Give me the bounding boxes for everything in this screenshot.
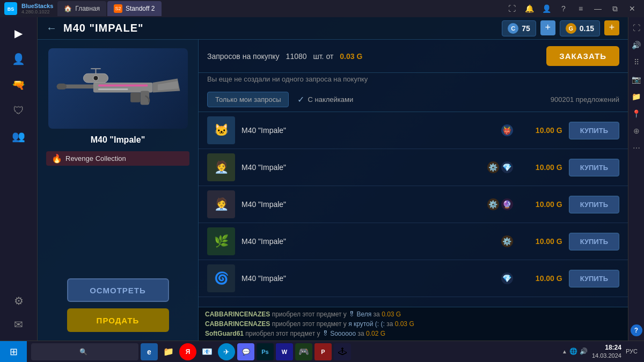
taskbar-telegram-icon[interactable]: ✈: [218, 343, 235, 360]
order-button[interactable]: ЗАКАЗАТЬ: [546, 46, 619, 66]
taskbar-yandex-icon[interactable]: Я: [179, 343, 196, 360]
buy-request-bar: Запросов на покупку 11080 шт. от 0.03 G …: [199, 40, 628, 73]
notifications-button[interactable]: 🔔: [522, 3, 537, 14]
inspect-button[interactable]: ОСМОТРЕТЬ: [67, 278, 169, 302]
sidebar-shield-icon[interactable]: 🛡: [6, 99, 32, 122]
right-sidebar-more-icon[interactable]: ⋯: [631, 142, 642, 154]
listing-icons: ⚙️ 🔮: [487, 198, 513, 210]
menu-button[interactable]: ≡: [573, 3, 588, 14]
right-sidebar-location-icon[interactable]: 📍: [630, 107, 643, 120]
gold-badge: G 0.15: [560, 20, 600, 36]
filter-bar: Только мои запросы ✓ С наклейками 900201…: [199, 87, 628, 112]
taskbar-date: 14.03.2024: [592, 352, 621, 359]
sticker-icon: 👹: [501, 124, 513, 136]
currency-badges: C 75 + G 0.15 +: [502, 20, 619, 36]
start-button[interactable]: ⊞: [0, 341, 27, 363]
back-button[interactable]: ←: [46, 22, 57, 34]
window-controls: ⛶ 🔔 👤 ? ≡ — ⧉ ✕: [504, 3, 640, 14]
buy-button[interactable]: КУПИТЬ: [569, 196, 619, 213]
sell-button[interactable]: ПРОДАТЬ: [67, 308, 169, 332]
activity-seller: 🎖 Soooooo: [322, 330, 356, 337]
game-header: ← M40 "IMPALE" C 75 + G 0.15 +: [38, 17, 628, 40]
buy-request-count: 11080: [286, 52, 307, 61]
taskbar-mail-icon[interactable]: 📧: [199, 343, 216, 360]
weapon-image: [48, 48, 188, 129]
activity-price: 0.02 G: [366, 330, 385, 337]
taskbar-game2-icon[interactable]: 🕹: [334, 343, 351, 360]
taskbar-volume-icon[interactable]: 🔊: [580, 348, 588, 355]
listing-name: M40 "Impale": [241, 237, 495, 246]
right-sidebar-keyboard-icon[interactable]: ⠿: [632, 56, 641, 69]
svg-point-5: [93, 76, 98, 80]
taskbar-discord-icon[interactable]: 💬: [237, 343, 254, 360]
sticker-icon: 🔮: [501, 198, 513, 210]
taskbar-time: 18:24 14.03.2024: [592, 344, 621, 360]
add-gold-button[interactable]: +: [604, 20, 619, 35]
fullscreen-button[interactable]: ⛶: [504, 3, 519, 14]
game-area: ← M40 "IMPALE" C 75 + G 0.15 +: [38, 17, 628, 341]
add-coins-button[interactable]: +: [540, 20, 555, 35]
bs-right-sidebar: ⛶ 🔊 ⠿ 📷 📁 📍 ⊕ ⋯ ?: [628, 17, 644, 341]
taskbar: ⊞ 🔍 e 📁 Я 📧 ✈ 💬 Ps W 🎮 P 🕹 ▲ 🌐 🔊 18:24 1…: [0, 341, 644, 362]
buy-button[interactable]: КУПИТЬ: [569, 159, 619, 176]
no-requests-text: Вы еще не создали ни одного запроса на п…: [199, 73, 628, 87]
page-title: M40 "IMPALE": [63, 22, 144, 34]
svg-rect-14: [130, 92, 140, 102]
stickers-label: С наклейками: [308, 95, 353, 104]
right-sidebar-help-icon[interactable]: ?: [631, 324, 642, 336]
minimize-button[interactable]: —: [590, 3, 605, 14]
listing-price: 10.00 G: [519, 200, 562, 209]
sidebar-gun-icon[interactable]: 🔫: [6, 73, 32, 97]
close-button[interactable]: ✕: [625, 3, 640, 14]
help-button[interactable]: ?: [556, 3, 571, 14]
sidebar-group-icon[interactable]: 👥: [6, 124, 32, 148]
right-panel: Запросов на покупку 11080 шт. от 0.03 G …: [199, 40, 628, 341]
left-panel: M40 "Impale" 🔥 Revenge Collection ОСМОТР…: [38, 40, 199, 341]
right-sidebar-volume-icon[interactable]: 🔊: [630, 39, 643, 51]
sticker-icon: 💎: [501, 272, 513, 284]
sidebar-play-icon[interactable]: ▶: [6, 21, 32, 45]
bluestacks-brand: BlueStacks 4.280.0.1022: [21, 3, 53, 14]
activity-user: SoftGuard61: [205, 330, 244, 337]
maximize-button[interactable]: ⧉: [608, 3, 623, 14]
sidebar-mail-icon[interactable]: ✉: [6, 313, 32, 336]
taskbar-game1-icon[interactable]: 🎮: [295, 343, 312, 360]
listing-icons: 💎: [501, 272, 513, 284]
taskbar-photoshop-icon[interactable]: Ps: [257, 343, 274, 360]
buy-button[interactable]: КУПИТЬ: [569, 233, 619, 250]
listing-avatar: 🐱: [207, 116, 235, 144]
buy-button[interactable]: КУПИТЬ: [569, 270, 619, 287]
taskbar-word-icon[interactable]: W: [276, 343, 293, 360]
taskbar-powerpoint-icon[interactable]: P: [314, 343, 332, 360]
title-bar-tabs: 🏠 Главная S2 Standoff 2: [57, 1, 500, 16]
taskbar-sys-icons: ▲ 🌐 🔊: [562, 348, 588, 355]
right-sidebar-add-icon[interactable]: ⊕: [631, 124, 642, 137]
account-button[interactable]: 👤: [539, 3, 554, 14]
stickers-filter[interactable]: ✓ С наклейками: [297, 94, 353, 105]
collection-icon: 🔥: [52, 153, 62, 164]
listing-avatar: 🌿: [207, 227, 235, 255]
listing-price: 10.00 G: [519, 237, 562, 246]
listing-avatar: 🌀: [207, 264, 235, 292]
buy-button[interactable]: КУПИТЬ: [569, 122, 619, 139]
coins-icon: C: [508, 23, 518, 34]
sidebar-user-icon[interactable]: 👤: [6, 47, 32, 71]
svg-rect-7: [56, 84, 66, 90]
taskbar-search[interactable]: 🔍: [31, 343, 138, 360]
buy-request-price: 0.03 G: [340, 52, 362, 61]
taskbar-lang[interactable]: РУС: [626, 348, 638, 354]
search-icon: 🔍: [79, 348, 87, 356]
tab-home[interactable]: 🏠 Главная: [57, 1, 106, 16]
taskbar-network-icon[interactable]: 🌐: [569, 348, 577, 355]
coins-badge: C 75: [502, 20, 536, 36]
activity-user: CABBARINCENAZES: [205, 320, 270, 328]
tab-game[interactable]: S2 Standoff 2: [107, 1, 162, 16]
sidebar-settings-icon[interactable]: ⚙: [6, 289, 32, 313]
taskbar-arrow-icon[interactable]: ▲: [562, 349, 567, 354]
right-sidebar-folder-icon[interactable]: 📁: [630, 90, 643, 103]
right-sidebar-camera-icon[interactable]: 📷: [630, 73, 643, 86]
my-requests-filter[interactable]: Только мои запросы: [207, 92, 289, 107]
right-sidebar-fullscreen-icon[interactable]: ⛶: [631, 21, 642, 34]
taskbar-edge-icon[interactable]: e: [141, 343, 158, 360]
taskbar-folder-icon[interactable]: 📁: [160, 343, 177, 360]
